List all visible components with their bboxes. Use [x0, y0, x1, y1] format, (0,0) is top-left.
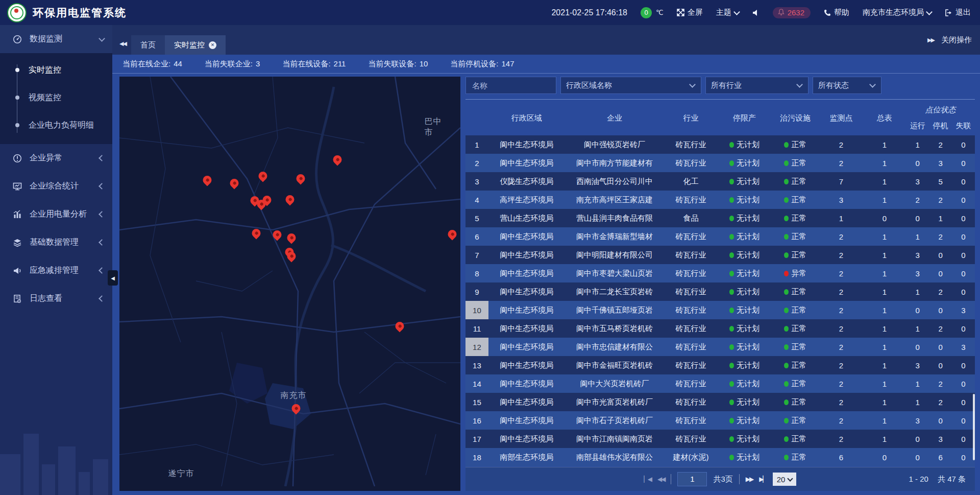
- mute-button[interactable]: [752, 9, 760, 16]
- status-filter-select[interactable]: 所有状态: [813, 77, 881, 94]
- cell-region: 阆中生态环境局: [488, 356, 565, 374]
- sidebar-subitem-1[interactable]: 实时监控: [0, 56, 112, 84]
- table-row[interactable]: 18南部生态环境局南部县雄伟水泥有限公建材(水泥)无计划正常60060: [465, 448, 975, 466]
- sidebar-submenu: 实时监控视频监控企业电力负荷明细: [0, 53, 112, 144]
- table-row[interactable]: 17阆中生态环境局阆中市江南镇阆南页岩砖瓦行业无计划正常21030: [465, 430, 975, 448]
- last-page-button[interactable]: ▶▏: [759, 476, 766, 483]
- table-row[interactable]: 14阆中生态环境局阆中大兴页岩机砖厂砖瓦行业无计划正常21120: [465, 374, 975, 393]
- table-row[interactable]: 7阆中生态环境局阆中明阳建材有限公司砖瓦行业无计划正常21300: [465, 246, 975, 264]
- close-icon[interactable]: ✕: [209, 41, 216, 49]
- sidebar-subitem-2[interactable]: 视频监控: [0, 84, 112, 111]
- map-city-label: 遂宁市: [168, 468, 194, 479]
- facility-status: 正常: [784, 324, 806, 334]
- cell-limit: 无计划: [718, 264, 771, 282]
- map-panel[interactable]: 巴中市南充市遂宁市: [119, 77, 460, 491]
- table-row[interactable]: 2阆中生态环境局阆中市南方节能建材有砖瓦行业无计划正常21030: [465, 154, 975, 172]
- sidebar-subitem-3[interactable]: 企业电力负荷明细: [0, 111, 112, 139]
- table-scrollbar[interactable]: [973, 394, 975, 460]
- bullet-dot-icon: [15, 123, 19, 127]
- sidebar-item-label: 基础数据管理: [30, 237, 92, 248]
- limit-text: 无计划: [737, 140, 760, 150]
- table-row[interactable]: 8阆中生态环境局阆中市枣碧大梁山页岩砖瓦行业无计划异常21300: [465, 264, 975, 282]
- stat-label: 当前停机设备:: [450, 59, 498, 69]
- table-row[interactable]: 4高坪生态环境局南充市高坪区王家店建砖瓦行业无计划正常31220: [465, 191, 975, 209]
- tab-scroll-left-icon[interactable]: ◀◀: [119, 40, 126, 47]
- industry-filter-select[interactable]: 所有行业: [705, 77, 808, 94]
- cell-running: 3: [906, 264, 929, 282]
- table-row[interactable]: 5营山生态环境局营山县润丰肉食品有限食品无计划正常10010: [465, 209, 975, 227]
- stat-value: 10: [420, 59, 428, 69]
- limit-text: 无计划: [737, 232, 760, 242]
- sidebar-item-6[interactable]: 应急减排管理: [0, 256, 112, 285]
- gauge-icon: [12, 35, 22, 44]
- datetime: 2021-02-25 17:46:18: [551, 8, 627, 17]
- sidebar-item-4[interactable]: 企业用电量分析: [0, 200, 112, 228]
- cell-index: 7: [465, 246, 488, 264]
- cell-stopped: 3: [929, 154, 952, 172]
- sidebar-item-3[interactable]: 企业综合统计: [0, 172, 112, 200]
- notification-badge[interactable]: 2632: [773, 7, 811, 18]
- limit-text: 无计划: [737, 453, 760, 462]
- table-row[interactable]: 15阆中生态环境局阆中市光富页岩机砖厂砖瓦行业无计划正常21120: [465, 393, 975, 411]
- status-dot-green: [784, 363, 789, 368]
- cell-points: 2: [820, 356, 863, 374]
- table-row[interactable]: 3仪陇生态环境局西南油气田分公司川中化工无计划正常71350: [465, 172, 975, 191]
- bullet-dot-icon: [15, 68, 19, 72]
- cell-limit: 无计划: [718, 411, 771, 430]
- enterprise-table-wrap: 行政区域 企业 行业 停限产 治污设施 监测点 总表 点位状态: [465, 99, 975, 491]
- cell-index: 11: [465, 319, 488, 338]
- row-number: 17: [465, 430, 488, 448]
- logout-button[interactable]: 退出: [945, 8, 971, 17]
- tab-scroll-right-icon[interactable]: ▶▶: [927, 37, 934, 43]
- limit-status: 无计划: [729, 453, 760, 462]
- org-menu[interactable]: 南充市生态环境局: [863, 8, 932, 17]
- cell-facility: 正常: [771, 227, 820, 246]
- stat-item-2: 当前失联企业:3: [205, 59, 260, 69]
- close-operations-button[interactable]: 关闭操作: [941, 35, 972, 45]
- fullscreen-button[interactable]: 全屏: [677, 8, 703, 17]
- sidebar-menu: 数据监测实时监控视频监控企业电力负荷明细企业异常企业综合统计企业用电量分析基础数…: [0, 25, 112, 313]
- help-button[interactable]: 帮助: [824, 8, 849, 17]
- table-row[interactable]: 16阆中生态环境局阆中市石子页岩机砖厂砖瓦行业无计划正常21300: [465, 411, 975, 430]
- range-label: 1 - 20: [909, 475, 928, 484]
- status-dot-green: [729, 271, 734, 276]
- table-row[interactable]: 1阆中生态环境局阆中强锐页岩砖厂砖瓦行业无计划正常21120: [465, 135, 975, 154]
- cell-region: 阆中生态环境局: [488, 430, 565, 448]
- table-row[interactable]: 10阆中生态环境局阆中千佛镇五郎垭页岩砖瓦行业无计划正常21003: [465, 301, 975, 319]
- name-filter-input[interactable]: [471, 81, 551, 90]
- facility-text: 正常: [791, 195, 806, 205]
- limit-text: 无计划: [737, 416, 760, 426]
- cell-company: 阆中市二龙长宝页岩砖: [565, 282, 665, 301]
- table-row[interactable]: 6阆中生态环境局阆中市金博瑞新型墙材砖瓦行业无计划正常21120: [465, 227, 975, 246]
- table-row[interactable]: 13阆中生态环境局阆中市金福旺页岩机砖砖瓦行业无计划正常21300: [465, 356, 975, 374]
- next-page-button[interactable]: ▶▶: [746, 476, 753, 483]
- status-dot-green: [729, 436, 734, 442]
- region-filter-select[interactable]: 行政区域名称: [560, 77, 701, 94]
- limit-status: 无计划: [729, 305, 760, 315]
- sidebar-item-7[interactable]: 日志查看: [0, 285, 112, 313]
- sidebar-item-5[interactable]: 基础数据管理: [0, 228, 112, 256]
- status-dot-green: [784, 234, 789, 240]
- page-number-input[interactable]: 1: [677, 472, 707, 486]
- sidebar-item-2[interactable]: 企业异常: [0, 144, 112, 172]
- tab-1[interactable]: 首页: [131, 35, 165, 55]
- cell-lost: 0: [952, 227, 975, 246]
- page-size-select[interactable]: 20: [773, 473, 797, 486]
- tab-2[interactable]: 实时监控✕: [165, 35, 226, 55]
- sidebar-item-1[interactable]: 数据监测: [0, 25, 112, 53]
- limit-status: 无计划: [729, 250, 760, 260]
- cell-running: 0: [906, 301, 929, 319]
- table-row[interactable]: 9阆中生态环境局阆中市二龙长宝页岩砖砖瓦行业无计划正常21120: [465, 282, 975, 301]
- cell-index: 5: [465, 209, 488, 227]
- content: ◀◀ 首页实时监控✕ ▶▶ 关闭操作 当前在线企业:44当前失联企业:3当前在线…: [112, 25, 980, 495]
- prev-page-button[interactable]: ◀◀: [657, 476, 665, 483]
- cell-index: 1: [465, 135, 488, 154]
- cell-facility: 正常: [771, 282, 820, 301]
- sidebar-collapse-handle[interactable]: ◀: [108, 270, 118, 286]
- theme-menu[interactable]: 主题: [716, 8, 739, 17]
- name-filter[interactable]: [465, 77, 556, 94]
- table-row[interactable]: 12阆中生态环境局阆中市忠信建材有限公砖瓦行业无计划正常21003: [465, 338, 975, 356]
- first-page-button[interactable]: ▏◀: [644, 476, 651, 483]
- table-row[interactable]: 11阆中生态环境局阆中市五马桥页岩机砖砖瓦行业无计划正常21120: [465, 319, 975, 338]
- stat-item-3: 当前在线设备:211: [282, 59, 346, 69]
